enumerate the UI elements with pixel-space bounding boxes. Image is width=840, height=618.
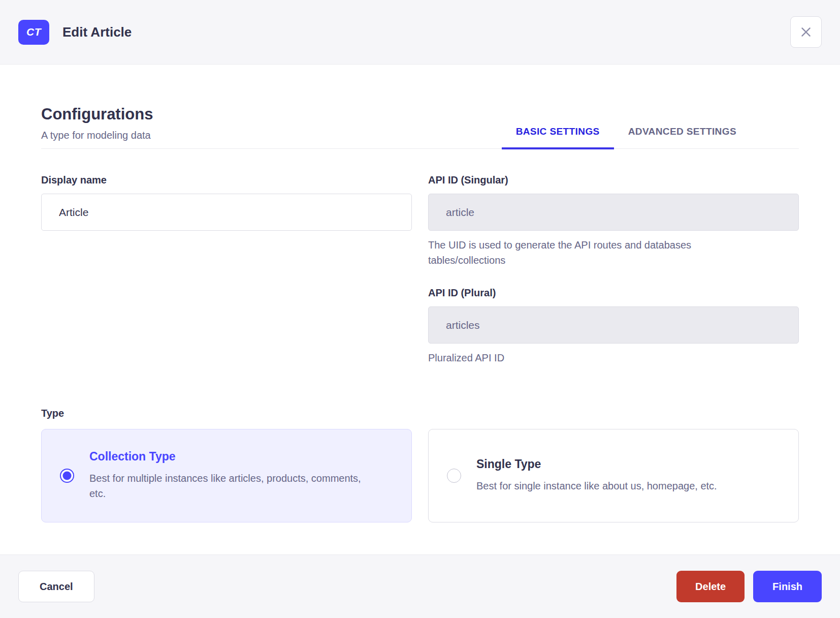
type-label: Type — [41, 408, 799, 419]
api-id-plural-field: API ID (Plural) Pluralized API ID — [428, 287, 799, 366]
api-id-plural-hint: Pluralized API ID — [428, 351, 748, 366]
page-subtitle: A type for modeling data — [41, 130, 153, 141]
display-name-field: Display name — [41, 174, 412, 231]
api-id-singular-field: API ID (Singular) The UID is used to gen… — [428, 174, 799, 268]
tab-basic-settings[interactable]: BASIC SETTINGS — [502, 126, 614, 149]
configurations-heading-block: Configurations A type for modeling data — [41, 105, 153, 148]
settings-tabs: BASIC SETTINGS ADVANCED SETTINGS — [502, 126, 751, 149]
type-option-title: Collection Type — [89, 450, 374, 464]
configurations-header-row: Configurations A type for modeling data … — [41, 105, 799, 149]
content-type-badge: CT — [18, 20, 49, 45]
modal-header: CT Edit Article — [0, 0, 840, 65]
type-option-text: Single Type Best for single instance lik… — [476, 457, 717, 493]
display-name-column: Display name — [41, 174, 412, 366]
type-option-text: Collection Type Best for multiple instan… — [89, 450, 374, 501]
type-section: Type Collection Type Best for multiple i… — [41, 408, 799, 522]
edit-article-modal: CT Edit Article Configurations A type fo… — [0, 0, 840, 618]
type-option-description: Best for multiple instances like article… — [89, 471, 374, 501]
api-id-plural-input — [428, 306, 799, 344]
modal-footer: Cancel Delete Finish — [0, 554, 840, 618]
form-fields: Display name API ID (Singular) The UID i… — [41, 174, 799, 366]
page-title: Configurations — [41, 105, 153, 123]
display-name-input[interactable] — [41, 194, 412, 231]
api-id-column: API ID (Singular) The UID is used to gen… — [428, 174, 799, 366]
type-option-single-type[interactable]: Single Type Best for single instance lik… — [428, 429, 799, 522]
content-type-badge-label: CT — [26, 26, 41, 38]
close-icon — [799, 25, 813, 39]
footer-actions: Delete Finish — [676, 571, 822, 602]
radio-selected-icon[interactable] — [60, 469, 74, 483]
api-id-singular-hint: The UID is used to generate the API rout… — [428, 238, 748, 268]
type-option-collection-type[interactable]: Collection Type Best for multiple instan… — [41, 429, 412, 522]
close-button[interactable] — [790, 16, 822, 48]
modal-body: Configurations A type for modeling data … — [0, 65, 840, 554]
display-name-label: Display name — [41, 174, 412, 186]
finish-button[interactable]: Finish — [753, 571, 822, 602]
type-option-title: Single Type — [476, 457, 717, 471]
api-id-plural-label: API ID (Plural) — [428, 287, 799, 299]
type-options: Collection Type Best for multiple instan… — [41, 429, 799, 522]
type-option-description: Best for single instance like about us, … — [476, 478, 717, 493]
tab-advanced-settings[interactable]: ADVANCED SETTINGS — [614, 126, 751, 149]
radio-unselected-icon[interactable] — [447, 469, 461, 483]
api-id-singular-input — [428, 194, 799, 231]
delete-button[interactable]: Delete — [676, 571, 745, 602]
modal-title: Edit Article — [62, 24, 132, 40]
cancel-button[interactable]: Cancel — [18, 571, 94, 602]
api-id-singular-label: API ID (Singular) — [428, 174, 799, 186]
